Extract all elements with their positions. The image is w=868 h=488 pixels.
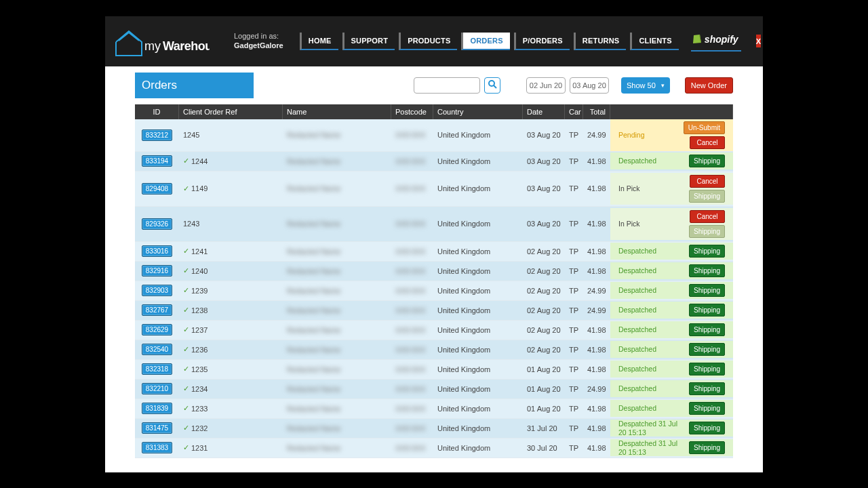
page-title: Orders <box>135 73 254 98</box>
col-car[interactable]: Car <box>565 104 583 119</box>
order-date: 01 Aug 20 <box>527 405 561 413</box>
postcode: XX0 0XX <box>395 247 426 256</box>
country: United Kingdom <box>437 326 490 334</box>
ship-button[interactable]: Shipping <box>689 245 725 258</box>
col-ref[interactable]: Client Order Ref <box>179 104 283 119</box>
total: 24.99 <box>587 287 606 295</box>
cancel-button[interactable]: Cancel <box>690 175 725 188</box>
carrier: TP <box>569 184 578 192</box>
show-count-select[interactable]: Show 50 ▾ <box>621 77 670 94</box>
nav-home[interactable]: HOME <box>300 33 338 50</box>
row-actions: Shipping <box>682 400 729 417</box>
total: 41.98 <box>587 405 606 413</box>
order-id-link[interactable]: 832540 <box>142 344 172 355</box>
cell-country: United Kingdom <box>433 220 523 228</box>
table-row: 829408✓1149Redacted NameXX0 0XXUnited Ki… <box>135 171 733 207</box>
order-id-link[interactable]: 833212 <box>142 129 172 141</box>
cell-id: 832903 <box>135 285 179 296</box>
carrier: TP <box>569 326 578 334</box>
status: Despatched <box>614 302 682 319</box>
cell-ref: ✓1232 <box>179 424 283 432</box>
ship-button[interactable]: Shipping <box>689 441 725 454</box>
ship-button[interactable]: Shipping <box>689 284 725 297</box>
cell-total: 41.98 <box>583 405 610 413</box>
nav-porders[interactable]: P/ORDERS <box>514 33 570 50</box>
order-id-link[interactable]: 832318 <box>142 363 172 375</box>
date-to-input[interactable] <box>570 77 609 94</box>
order-id-link[interactable]: 829326 <box>142 218 172 230</box>
order-id-link[interactable]: 832210 <box>142 383 172 394</box>
order-id-link[interactable]: 831839 <box>142 403 172 414</box>
table-row: 832629✓1237Redacted NameXX0 0XXUnited Ki… <box>135 321 733 340</box>
table-row: 832210✓1234Redacted NameXX0 0XXUnited Ki… <box>135 380 733 399</box>
ship-button[interactable]: Shipping <box>689 264 725 277</box>
ship-button[interactable]: Shipping <box>689 343 725 356</box>
nav-orders[interactable]: ORDERS <box>461 33 509 50</box>
col-date[interactable]: Date <box>523 104 565 119</box>
ship-button[interactable]: Shipping <box>689 323 725 336</box>
order-id-link[interactable]: 832767 <box>142 304 172 316</box>
order-id-link[interactable]: 832629 <box>142 324 172 336</box>
ship-button[interactable]: Shipping <box>689 402 725 415</box>
table-row: 832318✓1235Redacted NameXX0 0XXUnited Ki… <box>135 360 733 380</box>
ship-button[interactable]: Shipping <box>689 304 725 317</box>
check-icon: ✓ <box>183 286 189 295</box>
nav-clients[interactable]: CLIENTS <box>630 33 678 50</box>
ship-dis-button[interactable]: Shipping <box>689 225 725 238</box>
new-order-button[interactable]: New Order <box>685 77 733 94</box>
ship-button[interactable]: Shipping <box>689 363 725 375</box>
cell-date: 30 Jul 20 <box>523 444 565 452</box>
unsubmit-button[interactable]: Un-Submit <box>684 121 725 134</box>
postcode: XX0 0XX <box>395 385 426 393</box>
ship-dis-button[interactable]: Shipping <box>689 190 725 203</box>
nav-support[interactable]: SUPPORT <box>342 33 395 50</box>
nav-returns[interactable]: RETURNS <box>574 33 627 50</box>
order-id-link[interactable]: 832903 <box>142 285 172 296</box>
col-total[interactable]: Total <box>583 104 610 119</box>
status: Despatched <box>614 243 682 260</box>
cancel-button[interactable]: Cancel <box>690 136 725 149</box>
check-icon: ✓ <box>183 325 189 334</box>
shopify-link[interactable]: shopify <box>691 31 741 52</box>
search-input[interactable] <box>414 77 480 94</box>
date-from-input[interactable] <box>526 77 566 94</box>
cell-id: 832210 <box>135 383 179 394</box>
customer-name: Redacted Name <box>287 385 341 393</box>
ship-button[interactable]: Shipping <box>689 155 725 167</box>
col-name[interactable]: Name <box>283 104 391 119</box>
cell-car: TP <box>565 247 583 256</box>
order-id-link[interactable]: 831475 <box>142 422 172 434</box>
postcode: XX0 0XX <box>395 157 426 165</box>
order-id-link[interactable]: 832916 <box>142 265 172 277</box>
order-id-link[interactable]: 833194 <box>142 155 172 167</box>
postcode: XX0 0XX <box>395 365 426 373</box>
order-id-link[interactable]: 833016 <box>142 245 172 257</box>
order-date: 30 Jul 20 <box>527 444 557 452</box>
order-id-link[interactable]: 831383 <box>142 442 172 453</box>
order-date: 03 Aug 20 <box>527 131 561 139</box>
cell-country: United Kingdom <box>433 287 523 295</box>
nav-products[interactable]: PRODUCTS <box>399 33 457 50</box>
col-id[interactable]: ID <box>135 104 179 119</box>
cell-total: 41.98 <box>583 346 610 354</box>
search-button[interactable] <box>484 77 500 94</box>
row-actions: CancelShipping <box>682 208 729 240</box>
ship-button[interactable]: Shipping <box>689 422 725 434</box>
ship-button[interactable]: Shipping <box>689 382 725 395</box>
postcode: XX0 0XX <box>395 346 426 354</box>
cell-name: Redacted Name <box>283 326 391 334</box>
check-icon: ✓ <box>183 424 189 432</box>
cancel-button[interactable]: Cancel <box>690 210 725 223</box>
cell-postcode: XX0 0XX <box>391 424 433 432</box>
col-country[interactable]: Country <box>433 104 523 119</box>
close-button[interactable]: X <box>756 35 761 47</box>
cell-total: 24.99 <box>583 287 610 295</box>
order-id-link[interactable]: 829408 <box>142 183 172 195</box>
total: 41.98 <box>587 157 606 165</box>
cell-ref: 1243 <box>179 220 283 228</box>
col-postcode[interactable]: Postcode <box>391 104 433 119</box>
customer-name: Redacted Name <box>287 405 341 413</box>
cell-date: 02 Aug 20 <box>523 287 565 295</box>
carrier: TP <box>569 220 578 228</box>
status: Despatched <box>614 152 682 169</box>
